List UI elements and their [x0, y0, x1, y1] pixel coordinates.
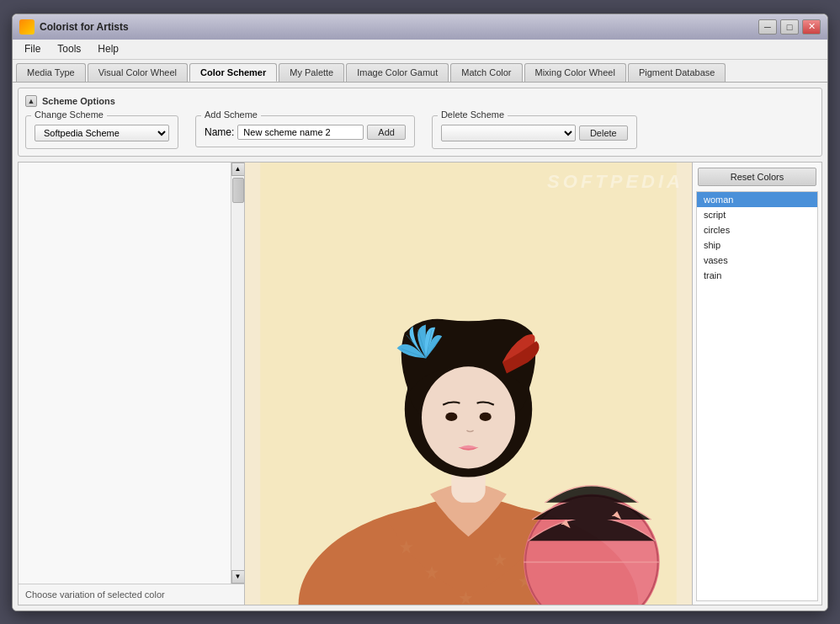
change-scheme-group: Change Scheme Softpedia Scheme Default S… [25, 115, 178, 149]
image-list-item-circles[interactable]: circles [697, 222, 817, 237]
tabs-bar: Media Type Visual Color Wheel Color Sche… [13, 60, 827, 83]
add-scheme-label: Add Scheme [201, 109, 261, 120]
svg-point-12 [445, 412, 457, 420]
scheme-options-label: Scheme Options [42, 96, 115, 106]
svg-point-14 [480, 412, 492, 420]
change-scheme-inner: Softpedia Scheme Default Scheme Custom S… [35, 125, 169, 141]
minimize-button[interactable]: ─ [758, 19, 777, 35]
delete-scheme-label: Delete Scheme [438, 109, 508, 120]
menu-tools[interactable]: Tools [49, 41, 89, 56]
scrollbar-track: ▲ ▼ [231, 163, 244, 584]
scroll-up-arrow[interactable]: ▲ [231, 163, 245, 176]
maximize-button[interactable]: □ [780, 19, 799, 35]
collapse-button[interactable]: ▲ [25, 95, 37, 107]
add-scheme-group: Add Scheme Name: Add [195, 115, 415, 147]
image-list-item-ship[interactable]: ship [697, 237, 817, 253]
image-list-item-vases[interactable]: vases [697, 253, 817, 268]
image-list: woman script circles ship vases train [696, 191, 818, 601]
left-panel: ▲ ▼ Choose variation of selected color [18, 162, 245, 605]
content-area: ▲ Scheme Options Change Scheme Softpedia… [13, 83, 827, 611]
tab-image-color-gamut[interactable]: Image Color Gamut [346, 63, 449, 82]
scheme-options-header: ▲ Scheme Options [25, 95, 815, 107]
menu-bar: File Tools Help [13, 40, 827, 60]
reset-colors-button[interactable]: Reset Colors [698, 168, 816, 186]
add-scheme-inner: Name: Add [205, 125, 406, 140]
add-scheme-button[interactable]: Add [367, 125, 406, 140]
delete-scheme-group: Delete Scheme Delete [432, 115, 637, 149]
tab-match-color[interactable]: Match Color [450, 63, 522, 82]
japanese-art-svg [245, 163, 692, 605]
tab-my-palette[interactable]: My Palette [279, 63, 344, 82]
image-list-item-woman[interactable]: woman [697, 192, 817, 207]
menu-help[interactable]: Help [89, 41, 127, 56]
close-button[interactable]: ✕ [802, 19, 821, 35]
app-title: Colorist for Artists [40, 21, 129, 33]
center-panel: SOFTPEDIA [245, 162, 692, 605]
right-panel: Reset Colors woman script circles ship v… [692, 162, 822, 605]
scroll-thumb[interactable] [232, 178, 244, 203]
name-label: Name: [205, 126, 234, 138]
tab-visual-color-wheel[interactable]: Visual Color Wheel [88, 63, 188, 82]
image-list-item-train[interactable]: train [697, 268, 817, 283]
title-bar: Colorist for Artists ─ □ ✕ [13, 14, 827, 40]
title-controls: ─ □ ✕ [758, 19, 821, 35]
menu-file[interactable]: File [16, 41, 49, 56]
main-panel: ▲ ▼ Choose variation of selected color [18, 162, 822, 605]
color-scroll-area: ▲ ▼ [19, 163, 244, 584]
main-window: Colorist for Artists ─ □ ✕ File Tools He… [12, 13, 828, 611]
image-list-item-script[interactable]: script [697, 207, 817, 222]
color-hint: Choose variation of selected color [19, 584, 244, 605]
change-scheme-label: Change Scheme [31, 109, 107, 120]
tab-mixing-color-wheel[interactable]: Mixing Color Wheel [524, 63, 626, 82]
scheme-controls: Change Scheme Softpedia Scheme Default S… [25, 115, 815, 149]
title-bar-left: Colorist for Artists [19, 19, 129, 35]
delete-scheme-inner: Delete [441, 125, 628, 141]
scroll-down-arrow[interactable]: ▼ [231, 570, 245, 584]
scheme-options-panel: ▲ Scheme Options Change Scheme Softpedia… [18, 88, 822, 157]
change-scheme-select[interactable]: Softpedia Scheme Default Scheme Custom S… [35, 125, 169, 141]
app-icon [19, 19, 35, 35]
tab-media-type[interactable]: Media Type [16, 63, 86, 82]
tab-pigment-database[interactable]: Pigment Database [628, 63, 726, 82]
add-scheme-input[interactable] [237, 125, 364, 140]
svg-point-5 [422, 366, 515, 468]
tab-color-schemer[interactable]: Color Schemer [189, 63, 277, 82]
delete-scheme-button[interactable]: Delete [579, 125, 628, 141]
delete-scheme-select[interactable] [441, 125, 576, 141]
